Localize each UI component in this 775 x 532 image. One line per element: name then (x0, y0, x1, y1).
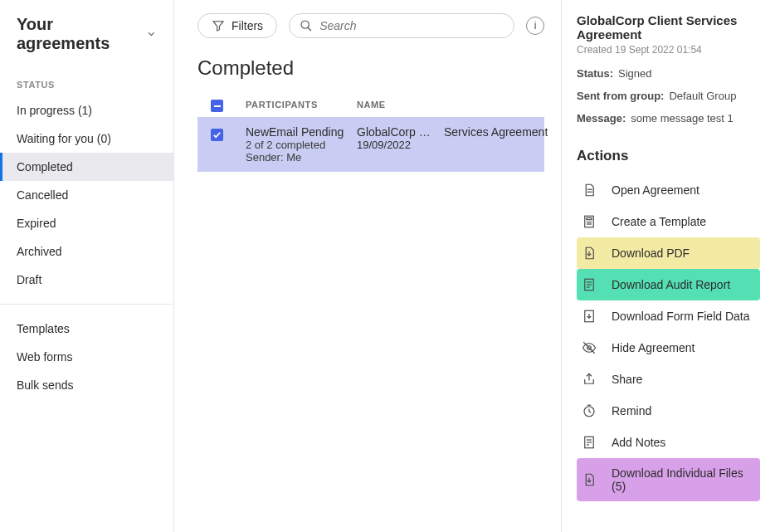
action-label: Download Form Field Data (612, 310, 750, 323)
svg-line-1 (308, 27, 311, 31)
check-icon (212, 130, 222, 139)
action-label: Open Agreement (612, 183, 699, 197)
action-create-template[interactable]: Create a Template (577, 206, 760, 237)
sidebar-item-waiting[interactable]: Waiting for you (0) (0, 124, 173, 153)
page-title-dropdown[interactable]: Your agreements (0, 15, 173, 61)
sidebar-item-expired[interactable]: Expired (0, 209, 173, 237)
sidebar-item-bulksends[interactable]: Bulk sends (0, 371, 173, 399)
search-icon (300, 19, 313, 32)
table-row[interactable]: NewEmail Pending 2 of 2 completed Sender… (197, 117, 544, 172)
agreement-name-trunc: GlobalCorp Cli… (357, 125, 436, 139)
filters-label: Filters (232, 19, 263, 32)
action-download-audit[interactable]: Download Audit Report (577, 269, 760, 300)
action-label: Download PDF (612, 246, 690, 260)
chevron-down-icon (146, 28, 157, 40)
message-value: some message test 1 (631, 112, 734, 124)
message-key: Message: (577, 112, 626, 124)
detail-title: GlobalCorp Client Services Agreement (577, 13, 760, 41)
action-download-form-data[interactable]: Download Form Field Data (577, 300, 760, 332)
group-key: Sent from group: (577, 90, 664, 102)
sidebar: Your agreements STATUS In progress (1) W… (0, 0, 174, 532)
sidebar-item-completed[interactable]: Completed (0, 153, 173, 181)
participants-cell: NewEmail Pending 2 of 2 completed Sender… (246, 125, 353, 164)
sidebar-item-draft[interactable]: Draft (0, 266, 173, 294)
search-field[interactable] (289, 13, 514, 38)
form-data-icon (582, 309, 597, 324)
svg-point-0 (301, 21, 309, 28)
info-button[interactable]: i (526, 17, 544, 35)
section-heading: Completed (197, 56, 544, 80)
col-participants: PARTICIPANTS (246, 100, 353, 110)
detail-panel: GlobalCorp Client Services Agreement Cre… (561, 0, 775, 532)
template-icon (582, 214, 597, 229)
sidebar-item-in-progress[interactable]: In progress (1) (0, 96, 173, 124)
table-header: PARTICIPANTS NAME (197, 95, 544, 117)
action-label: Download Audit Report (612, 278, 730, 291)
participant-progress: 2 of 2 completed (246, 139, 353, 151)
share-icon (582, 372, 597, 387)
action-open-agreement[interactable]: Open Agreement (577, 174, 760, 206)
action-download-individual[interactable]: Download Individual Files (5) (577, 458, 760, 501)
status-value: Signed (618, 67, 651, 80)
document-icon (582, 183, 597, 198)
action-label: Hide Agreement (612, 341, 695, 354)
status-key: Status: (577, 67, 613, 80)
participant-sender: Sender: Me (246, 151, 353, 164)
notes-icon (582, 435, 597, 450)
action-label: Download Individual Files (5) (612, 466, 755, 493)
actions-heading: Actions (577, 148, 760, 164)
clock-icon (582, 403, 597, 418)
col-name: NAME (357, 100, 539, 110)
search-input[interactable] (319, 19, 504, 32)
info-icon: i (534, 20, 537, 32)
download-files-icon (582, 472, 597, 487)
funnel-icon (212, 19, 225, 32)
divider (0, 304, 173, 305)
hide-icon (582, 340, 597, 355)
agreement-name-rest: Services Agreement (444, 125, 548, 139)
main-content: Filters i Completed PARTICIPANTS NAME Ne… (174, 0, 561, 532)
download-pdf-icon (582, 246, 597, 261)
svg-rect-5 (587, 218, 592, 220)
status-heading: STATUS (0, 61, 173, 96)
toolbar: Filters i (197, 13, 544, 38)
participant-line: NewEmail Pending (246, 125, 353, 139)
action-add-notes[interactable]: Add Notes (577, 427, 760, 458)
action-label: Share (612, 373, 642, 386)
action-download-pdf[interactable]: Download PDF (577, 237, 760, 269)
filters-button[interactable]: Filters (197, 13, 277, 38)
row-checkbox[interactable] (211, 129, 223, 141)
audit-report-icon (582, 277, 597, 292)
sidebar-item-cancelled[interactable]: Cancelled (0, 181, 173, 209)
select-all-checkbox[interactable] (211, 100, 223, 112)
agreement-date: 19/09/2022 (357, 139, 548, 151)
sidebar-item-archived[interactable]: Archived (0, 237, 173, 266)
action-remind[interactable]: Remind (577, 395, 760, 427)
page-title: Your agreements (17, 15, 138, 53)
action-label: Create a Template (612, 215, 706, 228)
action-label: Add Notes (612, 436, 665, 449)
name-cell: GlobalCorp Cli… Services Agreement 19/09… (357, 125, 548, 151)
sidebar-item-webforms[interactable]: Web forms (0, 343, 173, 371)
action-hide-agreement[interactable]: Hide Agreement (577, 332, 760, 364)
sidebar-item-templates[interactable]: Templates (0, 315, 173, 343)
detail-created: Created 19 Sept 2022 01:54 (577, 44, 760, 56)
action-share[interactable]: Share (577, 364, 760, 395)
action-label: Remind (612, 404, 651, 417)
group-value: Default Group (669, 90, 736, 102)
